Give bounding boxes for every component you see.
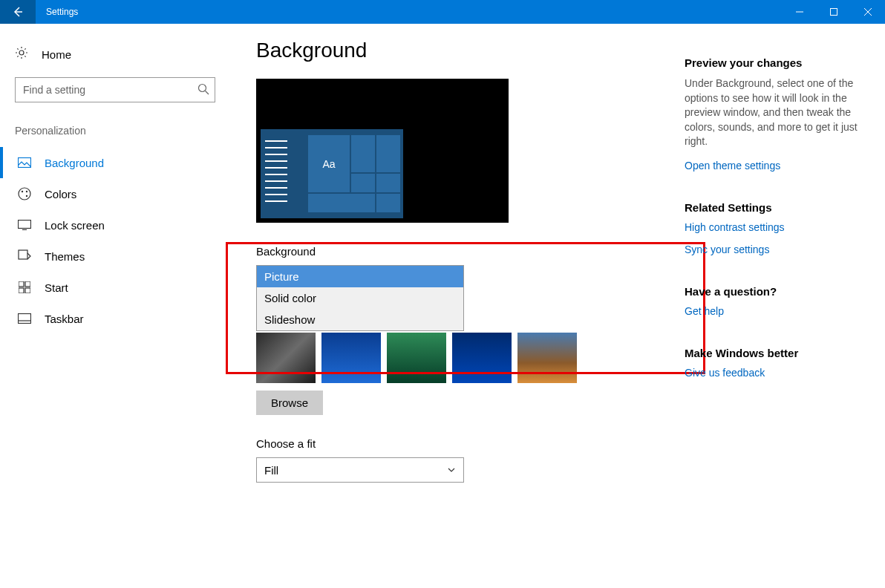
svg-point-6: [26, 191, 27, 192]
sidebar-item-label: Taskbar: [45, 313, 84, 325]
app-title: Settings: [46, 7, 783, 17]
search-input[interactable]: [15, 77, 215, 102]
taskbar-icon: [18, 312, 31, 325]
right-pane: Preview your changes Under Background, s…: [685, 56, 863, 408]
svg-point-2: [199, 85, 206, 92]
preview-changes-heading: Preview your changes: [685, 56, 863, 69]
related-settings-heading: Related Settings: [685, 201, 863, 214]
dropdown-option-slideshow[interactable]: Slideshow: [257, 309, 463, 330]
chevron-down-icon: [447, 466, 456, 474]
svg-rect-3: [19, 158, 31, 168]
dropdown-option-solid-color[interactable]: Solid color: [257, 287, 463, 309]
svg-point-1: [19, 50, 24, 55]
svg-rect-9: [19, 250, 27, 259]
minimize-button[interactable]: [783, 0, 817, 24]
sidebar-item-background[interactable]: Background: [0, 147, 230, 178]
fit-dropdown[interactable]: Fill: [256, 457, 464, 483]
picture-icon: [18, 156, 31, 169]
palette-icon: [18, 187, 31, 200]
fit-field-label: Choose a fit: [256, 437, 885, 450]
svg-rect-10: [19, 281, 24, 287]
svg-rect-11: [25, 281, 30, 287]
search-icon: [197, 83, 209, 98]
svg-point-5: [22, 191, 23, 192]
svg-point-4: [19, 188, 30, 200]
high-contrast-link[interactable]: High contrast settings: [685, 221, 863, 233]
dropdown-option-picture[interactable]: Picture: [257, 266, 463, 287]
sidebar-item-start[interactable]: Start: [0, 272, 230, 303]
picture-thumb[interactable]: [256, 333, 316, 383]
svg-rect-13: [25, 288, 30, 293]
picture-thumb[interactable]: [321, 333, 381, 383]
sidebar-item-colors[interactable]: Colors: [0, 178, 230, 209]
svg-point-7: [26, 195, 27, 197]
close-icon: [864, 8, 872, 16]
sidebar-item-label: Start: [45, 281, 68, 294]
sidebar-item-label: Lock screen: [45, 219, 105, 232]
picture-thumb[interactable]: [452, 333, 512, 383]
browse-button[interactable]: Browse: [256, 391, 323, 415]
svg-rect-0: [831, 9, 837, 16]
feedback-link[interactable]: Give us feedback: [685, 367, 863, 379]
home-button[interactable]: Home: [0, 39, 230, 70]
maximize-icon: [830, 8, 837, 16]
sidebar-item-taskbar[interactable]: Taskbar: [0, 303, 230, 334]
arrow-left-icon: [12, 6, 24, 18]
svg-rect-8: [19, 220, 31, 229]
gear-icon: [15, 46, 28, 62]
brush-icon: [18, 249, 31, 263]
svg-rect-14: [19, 314, 31, 324]
minimize-icon: [796, 8, 803, 16]
background-field-label: Background: [256, 245, 885, 258]
desktop-preview: Aa: [256, 79, 509, 223]
background-dropdown[interactable]: Picture Solid color Slideshow: [256, 265, 464, 331]
fit-value: Fill: [264, 464, 278, 477]
picture-thumb[interactable]: [387, 333, 446, 383]
svg-rect-12: [19, 288, 24, 293]
picture-thumb[interactable]: [517, 333, 577, 383]
sidebar-item-label: Background: [45, 157, 104, 169]
open-theme-settings-link[interactable]: Open theme settings: [685, 160, 863, 172]
maximize-button[interactable]: [817, 0, 851, 24]
preview-changes-text: Under Background, select one of the opti…: [685, 76, 863, 149]
sidebar-item-label: Colors: [45, 188, 76, 200]
titlebar: Settings: [0, 0, 885, 24]
section-label: Personalization: [0, 117, 230, 147]
sidebar-item-lock-screen[interactable]: Lock screen: [0, 209, 230, 241]
sidebar: Home Personalization Background Colors L…: [0, 24, 230, 588]
sidebar-item-label: Themes: [45, 250, 85, 263]
make-better-heading: Make Windows better: [685, 347, 863, 359]
back-button[interactable]: [0, 0, 36, 24]
grid-icon: [18, 281, 31, 294]
sidebar-item-themes[interactable]: Themes: [0, 241, 230, 272]
home-label: Home: [42, 48, 71, 61]
monitor-icon: [18, 218, 31, 232]
preview-sample-text: Aa: [308, 135, 350, 192]
close-button[interactable]: [851, 0, 885, 24]
